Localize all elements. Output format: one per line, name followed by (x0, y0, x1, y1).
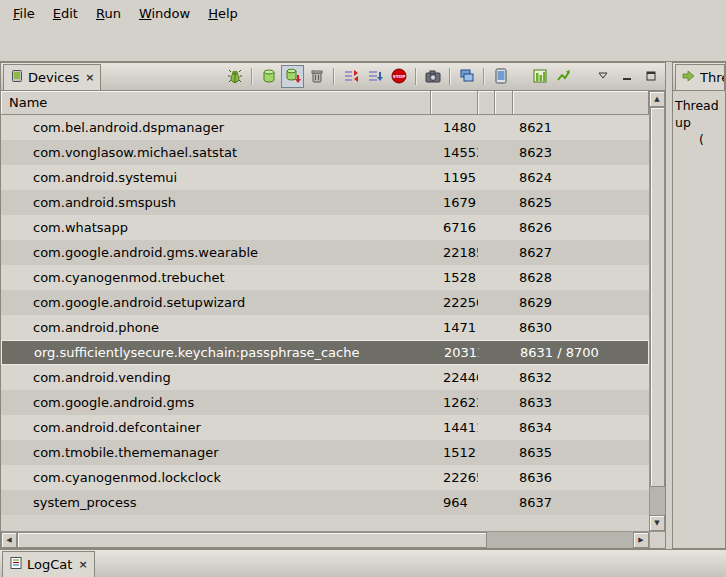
process-port: 8623 (513, 145, 649, 160)
table-row[interactable]: com.android.vending 22440 8632 (1, 365, 649, 390)
tab-devices-label: Devices (28, 70, 79, 85)
process-pid: 1480 (431, 120, 478, 135)
table-row[interactable]: com.whatsapp 6716 8626 (1, 215, 649, 240)
threads-message-line2: ( (675, 131, 723, 148)
table-row[interactable]: com.android.phone 1471 8630 (1, 315, 649, 340)
ddms-window: File Edit Run Window Help Devices × (0, 0, 726, 577)
method-profiling-icon[interactable] (528, 65, 551, 88)
toolbar-separator (449, 68, 450, 85)
screen-capture-icon[interactable] (421, 65, 444, 88)
update-heap-icon[interactable] (257, 65, 280, 88)
toolbar-separator (333, 68, 334, 85)
process-pid: 14553 (431, 145, 478, 160)
devices-view-toolbar: STOP (223, 62, 665, 90)
menu-run[interactable]: Run (87, 2, 130, 25)
menu-help[interactable]: Help (199, 2, 247, 25)
table-row[interactable]: com.cyanogenmod.lockclock 22265 8636 (1, 465, 649, 490)
horizontal-scrollbar[interactable]: ◀ ▶ (1, 531, 649, 548)
process-port: 8632 (513, 370, 649, 385)
dump-hprof-icon[interactable] (281, 65, 304, 88)
toolbar-separator (415, 68, 416, 85)
menu-bar: File Edit Run Window Help (0, 0, 726, 26)
table-row[interactable]: com.android.defcontainer 14411 8634 (1, 415, 649, 440)
process-pid: 964 (431, 495, 478, 510)
horizontal-scroll-thumb[interactable] (17, 532, 487, 548)
tab-logcat[interactable]: LogCat × (2, 551, 95, 577)
menu-file[interactable]: File (4, 2, 44, 25)
menu-window[interactable]: Window (130, 2, 199, 25)
process-pid: 1512 (431, 445, 478, 460)
debug-icon[interactable] (223, 65, 246, 88)
cause-gc-icon[interactable] (305, 65, 328, 88)
toolbar-separator (483, 68, 484, 85)
process-name: com.android.vending (1, 370, 431, 385)
hierarchy-view-icon[interactable] (455, 65, 478, 88)
process-name: com.cyanogenmod.trebuchet (1, 270, 431, 285)
scroll-down-icon[interactable]: ▼ (649, 515, 665, 531)
table-row[interactable]: com.google.android.gms 12623 8633 (1, 390, 649, 415)
table-row[interactable]: com.android.systemui 1195 8624 (1, 165, 649, 190)
process-name: com.bel.android.dspmanager (1, 120, 431, 135)
process-name: com.android.phone (1, 320, 431, 335)
table-row[interactable]: com.bel.android.dspmanager 1480 8621 (1, 115, 649, 140)
process-port: 8629 (513, 295, 649, 310)
table-row[interactable]: com.cyanogenmod.trebuchet 1528 8628 (1, 265, 649, 290)
process-table: Name com.bel.android.dspmanager 1480 862… (1, 91, 665, 548)
logcat-icon (9, 556, 23, 573)
process-name: com.tmobile.thememanager (1, 445, 431, 460)
column-header-b[interactable] (495, 91, 513, 115)
process-pid: 6716 (431, 220, 478, 235)
process-port: 8635 (513, 445, 649, 460)
table-row[interactable]: com.android.smspush 1679 8625 (1, 190, 649, 215)
table-rows: com.bel.android.dspmanager 1480 8621 com… (1, 115, 649, 515)
close-icon[interactable]: × (85, 71, 94, 84)
process-name: org.sufficientlysecure.keychain:passphra… (2, 345, 432, 360)
table-row[interactable]: system_process 964 8637 (1, 490, 649, 515)
stop-label: STOP (392, 74, 405, 79)
table-row[interactable]: com.vonglasow.michael.satstat 14553 8623 (1, 140, 649, 165)
process-pid: 22250 (431, 295, 478, 310)
process-port: 8630 (513, 320, 649, 335)
maximize-icon[interactable] (639, 65, 662, 88)
table-row[interactable]: com.tmobile.thememanager 1512 8635 (1, 440, 649, 465)
network-statistics-icon[interactable] (552, 65, 575, 88)
process-name: com.android.systemui (1, 170, 431, 185)
close-icon[interactable]: × (78, 558, 87, 571)
tab-threads[interactable]: Threads (675, 64, 725, 90)
vertical-scroll-thumb[interactable] (650, 107, 665, 487)
process-port: 8624 (513, 170, 649, 185)
scroll-up-icon[interactable]: ▲ (649, 91, 665, 107)
process-name: com.android.defcontainer (1, 420, 431, 435)
process-name: com.cyanogenmod.lockclock (1, 470, 431, 485)
tab-devices[interactable]: Devices × (3, 64, 101, 90)
threads-message: Thread up ( (673, 91, 725, 154)
menu-edit[interactable]: Edit (44, 2, 87, 25)
toolbar-separator (251, 68, 252, 85)
process-pid: 22265 (431, 470, 478, 485)
view-menu-icon[interactable] (591, 65, 614, 88)
column-header-port[interactable] (513, 91, 649, 115)
dump-thread-stacks-icon[interactable] (363, 65, 386, 88)
table-row-selected[interactable]: org.sufficientlysecure.keychain:passphra… (1, 340, 649, 365)
process-pid: 22185 (431, 245, 478, 260)
vertical-scrollbar[interactable]: ▲ ▼ (649, 91, 665, 531)
process-port: 8637 (513, 495, 649, 510)
minimize-icon[interactable] (615, 65, 638, 88)
table-row[interactable]: com.google.android.setupwizard 22250 862… (1, 290, 649, 315)
column-header-a[interactable] (478, 91, 495, 115)
main-area: Devices × (0, 62, 726, 549)
scroll-left-icon[interactable]: ◀ (1, 532, 17, 548)
process-pid: 14411 (431, 420, 478, 435)
stop-process-icon[interactable]: STOP (387, 65, 410, 88)
table-row[interactable]: com.google.android.gms.wearable 22185 86… (1, 240, 649, 265)
scroll-right-icon[interactable]: ▶ (633, 532, 649, 548)
process-port: 8625 (513, 195, 649, 210)
update-threads-icon[interactable] (339, 65, 362, 88)
process-name: system_process (1, 495, 431, 510)
process-name: com.google.android.gms.wearable (1, 245, 431, 260)
column-header-name[interactable]: Name (1, 91, 431, 115)
column-header-pid[interactable] (431, 91, 478, 115)
process-port: 8634 (513, 420, 649, 435)
ui-automator-dump-icon[interactable] (489, 65, 512, 88)
process-pid: 1195 (431, 170, 478, 185)
